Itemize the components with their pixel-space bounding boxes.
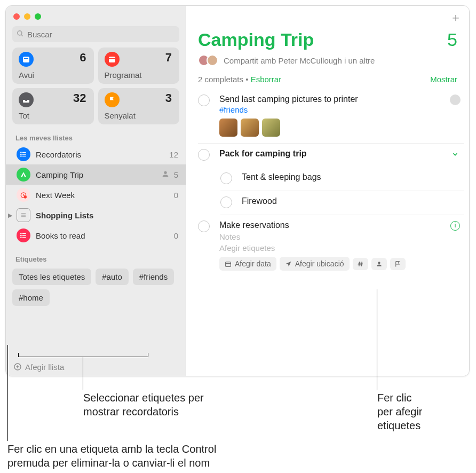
- alarm-icon: [17, 188, 30, 202]
- notes-placeholder[interactable]: Notes: [219, 232, 464, 241]
- list-name: Next Week: [36, 191, 174, 200]
- callout-select-tags: Seleccionar etiquetes per mostrar record…: [83, 391, 204, 419]
- smart-label: Tot: [19, 111, 29, 120]
- quick-actions-bar: Afegir data Afegir ubicació: [219, 257, 464, 271]
- info-button[interactable]: i: [450, 220, 461, 231]
- svg-point-0: [18, 30, 22, 35]
- reminder-tag[interactable]: #friends: [219, 105, 464, 114]
- smart-list-all[interactable]: 32 Tot: [12, 88, 94, 124]
- add-location-button[interactable]: Afegir ubicació: [280, 257, 350, 271]
- list-count: 0: [174, 231, 178, 240]
- svg-line-29: [359, 262, 359, 266]
- svg-point-22: [21, 235, 21, 235]
- section-tags: Etiquetes: [6, 251, 186, 265]
- complete-toggle[interactable]: [198, 94, 210, 106]
- tray-icon: [19, 92, 34, 107]
- complete-toggle[interactable]: [220, 196, 232, 208]
- reminder-title: Pack for camping trip: [219, 149, 464, 159]
- calendar-today-icon: [19, 52, 34, 67]
- new-reminder-button[interactable]: ＋: [450, 10, 462, 26]
- assignee-avatar[interactable]: [450, 94, 461, 105]
- window-controls: [6, 6, 186, 24]
- completed-count: 2 completats: [198, 75, 243, 84]
- smart-list-scheduled[interactable]: 7 Programat: [98, 48, 180, 84]
- add-flag-button[interactable]: [390, 258, 406, 270]
- list-title: Camping Trip: [198, 29, 314, 50]
- svg-line-1: [21, 34, 23, 36]
- sidebar-item-shopping-lists[interactable]: ▶ Shopping Lists: [6, 205, 186, 225]
- zoom-window-button[interactable]: [35, 13, 41, 20]
- svg-point-9: [21, 152, 21, 153]
- expand-subtasks-button[interactable]: [450, 149, 461, 160]
- list-name: Shopping Lists: [36, 211, 178, 220]
- calendar-icon: [105, 52, 120, 67]
- reminder-title: Tent & sleeping bags: [242, 172, 464, 182]
- callout-bracket: [148, 353, 148, 357]
- tag-browser: Totes les etiquetes #auto #friends #home: [6, 265, 186, 311]
- list-count: 5: [174, 170, 178, 179]
- search-field[interactable]: [12, 26, 179, 42]
- complete-toggle[interactable]: [198, 149, 210, 161]
- complete-toggle[interactable]: [220, 172, 232, 184]
- reminder-item[interactable]: Send last camping pictures to printer #f…: [198, 89, 464, 144]
- avatar-stack: [198, 54, 218, 66]
- callout-leader: [377, 289, 377, 390]
- svg-rect-27: [226, 262, 231, 266]
- svg-point-14: [24, 195, 27, 198]
- tag-home[interactable]: #home: [12, 289, 50, 306]
- list-count: 12: [169, 150, 178, 159]
- smart-label: Programat: [105, 70, 142, 80]
- smart-list-today[interactable]: 6 Avui: [12, 48, 94, 84]
- share-info[interactable]: Compartit amb Peter McCullough i un altr…: [186, 50, 469, 72]
- callout-leader: [7, 345, 8, 441]
- svg-point-21: [21, 233, 21, 234]
- svg-point-10: [21, 154, 21, 154]
- reminders-list: Send last camping pictures to printer #f…: [186, 89, 469, 277]
- sidebar-item-reminders[interactable]: Recordatoris 12: [6, 144, 186, 164]
- search-icon: [17, 30, 24, 39]
- sidebar-item-camping-trip[interactable]: Camping Trip 5: [6, 164, 186, 185]
- reminder-subitem[interactable]: Firewood: [220, 191, 464, 215]
- add-assignee-button[interactable]: [371, 258, 387, 270]
- app-window: 6 Avui 7 Programat 32 Tot: [5, 5, 470, 376]
- add-list-label: Afegir llista: [25, 362, 64, 372]
- add-list-button[interactable]: Afegir llista: [6, 358, 186, 376]
- svg-point-11: [21, 156, 21, 156]
- minimize-window-button[interactable]: [24, 13, 30, 20]
- completed-summary: 2 completats • Esborrar: [198, 75, 281, 84]
- tag-auto[interactable]: #auto: [96, 269, 129, 285]
- image-thumbnail[interactable]: [241, 119, 259, 137]
- image-thumbnail[interactable]: [262, 119, 280, 137]
- smart-label: Avui: [19, 70, 34, 80]
- smart-count: 32: [73, 91, 86, 105]
- reminder-item[interactable]: Pack for camping trip: [198, 144, 464, 167]
- clear-completed-button[interactable]: Esborrar: [251, 75, 282, 84]
- tag-all[interactable]: Totes les etiquetes: [12, 269, 91, 285]
- reminder-title: Firewood: [242, 196, 464, 206]
- search-input[interactable]: [27, 30, 175, 39]
- flag-icon: [105, 92, 120, 107]
- sidebar-item-books[interactable]: Books to read 0: [6, 225, 186, 246]
- shared-with-text: Compartit amb Peter McCullough i un altr…: [224, 56, 375, 65]
- close-window-button[interactable]: [13, 13, 20, 20]
- svg-line-30: [361, 262, 362, 266]
- complete-toggle[interactable]: [198, 220, 210, 232]
- reminder-title: Make reservations: [219, 220, 464, 230]
- list-icon: [17, 228, 30, 242]
- add-tag-button[interactable]: [353, 258, 368, 270]
- sidebar-item-next-week[interactable]: Next Week 0: [6, 185, 186, 205]
- list-name: Books to read: [36, 231, 174, 240]
- reminder-subitem[interactable]: Tent & sleeping bags: [220, 167, 464, 191]
- reminder-item-editing[interactable]: Make reservations Notes Afegir etiquetes…: [198, 215, 464, 277]
- add-date-button[interactable]: Afegir data: [219, 257, 276, 271]
- show-completed-button[interactable]: Mostrar: [430, 75, 457, 84]
- smart-list-flagged[interactable]: 3 Senyalat: [98, 88, 180, 124]
- callout-add-tags: Fer clic per afegir etiquetes: [377, 391, 423, 432]
- avatar: [207, 54, 218, 66]
- smart-count: 7: [165, 51, 172, 65]
- image-thumbnail[interactable]: [219, 119, 237, 137]
- list-count: 0: [174, 191, 178, 200]
- tag-friends[interactable]: #friends: [133, 269, 174, 285]
- tags-placeholder[interactable]: Afegir etiquetes: [219, 243, 464, 253]
- svg-point-23: [21, 237, 21, 238]
